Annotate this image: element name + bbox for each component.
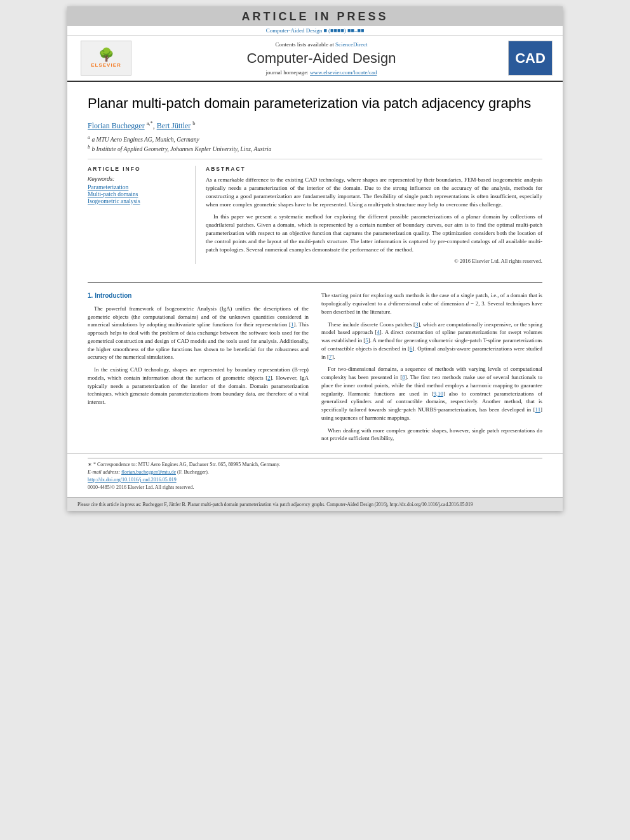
footnote-email: E-mail address: florian.buchegger@mtu.de… (88, 469, 542, 475)
divider-1 (88, 159, 542, 159)
elsevier-logo: 🌳 ELSEVIER (77, 41, 135, 76)
affiliation-a-text: a MTU Aero Engines AG, Munich, Germany (91, 137, 199, 143)
abstract-para-1: As a remarkable difference to the existi… (206, 176, 542, 209)
cite-4[interactable]: 4 (377, 329, 379, 335)
cite-3[interactable]: 3 (415, 321, 418, 328)
abstract-para-2: In this paper we present a systematic me… (206, 213, 542, 254)
footnote-star: ∗ * Correspondence to: MTU Aero Engines … (88, 462, 542, 467)
cite-5[interactable]: 5 (365, 337, 368, 343)
journal-header: 🌳 ELSEVIER Contents lists available at S… (67, 36, 563, 82)
cite-2[interactable]: 2 (267, 375, 270, 381)
homepage-text: journal homepage: (266, 69, 310, 76)
cad-logo: CAD (508, 41, 553, 76)
elsevier-label: ELSEVIER (91, 62, 121, 68)
article-info-col: ARTICLE INFO Keywords: Parameterization … (88, 166, 196, 264)
header-center: Contents lists available at ScienceDirec… (141, 41, 502, 76)
doi-link[interactable]: http://dx.doi.org/10.1016/j.cad.2016.05.… (88, 477, 177, 483)
footnote-star-text: * Correspondence to: MTU Aero Engines AG… (93, 462, 280, 467)
author-juttler[interactable]: Bert Jüttler (157, 121, 191, 130)
intro-left-para-2: In the existing CAD technology, shapes a… (88, 366, 309, 406)
star-symbol: ∗ (88, 462, 92, 467)
email-link[interactable]: florian.buchegger@mtu.de (121, 469, 176, 475)
copyright-line: © 2016 Elsevier Ltd. All rights reserved… (206, 258, 542, 264)
intro-left-para-1: The powerful framework of Isogeometric A… (88, 305, 309, 361)
citation-bar: Please cite this article in press as: Bu… (67, 497, 563, 511)
abstract-col: ABSTRACT As a remarkable difference to t… (206, 166, 542, 264)
cite-7[interactable]: 7 (329, 354, 332, 360)
homepage-link[interactable]: www.elsevier.com/locate/cad (310, 69, 377, 76)
page: ARTICLE IN PRESS Computer-Aided Design ■… (67, 6, 563, 511)
cite-6[interactable]: 6 (410, 345, 412, 352)
journal-ref: Computer-Aided Design ■ (■■■■) ■■–■■ (266, 27, 365, 34)
journal-title: Computer-Aided Design (141, 50, 502, 67)
keywords-label: Keywords: (88, 176, 187, 182)
footnote-doi: http://dx.doi.org/10.1016/j.cad.2016.05.… (88, 477, 542, 483)
contents-text: Contents lists available at (276, 41, 335, 48)
affiliation-a: a a MTU Aero Engines AG, Munich, Germany (88, 135, 542, 143)
body-content: 1. Introduction The powerful framework o… (67, 276, 563, 453)
journal-ref-line: Computer-Aided Design ■ (■■■■) ■■–■■ (67, 26, 563, 36)
elsevier-logo-box: 🌳 ELSEVIER (81, 41, 131, 76)
affiliation-b-text: b Institute of Applied Geometry, Johanne… (91, 146, 271, 152)
keyword-2[interactable]: Multi-patch domains (88, 191, 187, 197)
banner-text: ARTICLE IN PRESS (241, 10, 388, 23)
body-right-col: The starting point for exploring such me… (321, 291, 542, 447)
abstract-label: ABSTRACT (206, 166, 542, 172)
footnotes-divider (88, 458, 542, 458)
author-buchegger[interactable]: Florian Buchegger (88, 121, 145, 130)
keyword-3[interactable]: Isogeometric analysis (88, 198, 187, 204)
cite-8[interactable]: 8 (402, 374, 405, 380)
intro-section-title: Introduction (95, 292, 131, 299)
keyword-1[interactable]: Parameterization (88, 184, 187, 190)
article-in-press-banner: ARTICLE IN PRESS (67, 6, 563, 26)
abstract-text: As a remarkable difference to the existi… (206, 176, 542, 254)
authors-line: Florian Buchegger a,*, Bert Jüttler b (88, 121, 542, 131)
section-divider (88, 282, 542, 283)
journal-homepage: journal homepage: www.elsevier.com/locat… (141, 69, 502, 76)
intro-right-para-3: For two-dimensional domains, a sequence … (321, 365, 542, 422)
intro-right-para-4: When dealing with more complex geometric… (321, 427, 542, 443)
contents-line: Contents lists available at ScienceDirec… (141, 41, 502, 48)
intro-section-number: 1. (88, 292, 95, 299)
elsevier-tree-icon: 🌳 (98, 48, 114, 61)
footnote-email-suffix: (F. Buchegger). (177, 469, 209, 475)
intro-heading: 1. Introduction (88, 291, 309, 301)
affiliation-b: b b Institute of Applied Geometry, Johan… (88, 144, 542, 152)
intro-right-para-2: These include discrete Coons patches [3]… (321, 321, 542, 361)
body-left-col: 1. Introduction The powerful framework o… (88, 291, 309, 447)
paper-title: Planar multi-patch domain parameterizati… (88, 95, 542, 113)
sciencedirect-link[interactable]: ScienceDirect (335, 41, 367, 48)
author-juttler-sup: b (192, 121, 195, 126)
footnote-issn: 0010-4485/© 2016 Elsevier Ltd. All right… (88, 484, 542, 490)
intro-right-para-1: The starting point for exploring such me… (321, 291, 542, 316)
citation-bar-text: Please cite this article in press as: Bu… (77, 502, 473, 507)
main-content: Planar multi-patch domain parameterizati… (67, 82, 563, 276)
article-info-abstract: ARTICLE INFO Keywords: Parameterization … (88, 166, 542, 264)
cite-11[interactable]: 11 (535, 406, 540, 413)
article-info-label: ARTICLE INFO (88, 166, 187, 172)
body-two-col: 1. Introduction The powerful framework o… (88, 291, 542, 447)
footnotes-area: ∗ * Correspondence to: MTU Aero Engines … (67, 453, 563, 497)
cite-9-10[interactable]: 9,10 (433, 390, 443, 397)
author-buchegger-sup: a,* (147, 121, 153, 126)
cite-1[interactable]: 1 (291, 321, 293, 328)
